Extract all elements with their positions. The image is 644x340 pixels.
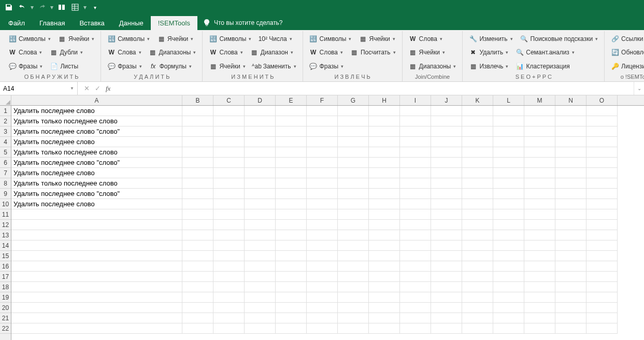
cell-N13[interactable] (555, 230, 586, 240)
qat-custom2-button[interactable] (69, 1, 81, 13)
cell-H8[interactable] (369, 178, 400, 189)
cell-F11[interactable] (307, 209, 338, 220)
cell-F9[interactable] (307, 189, 338, 199)
cell-I18[interactable] (400, 282, 431, 292)
cell-O19[interactable] (586, 292, 618, 303)
cell-B22[interactable] (182, 323, 213, 334)
join-cells-button[interactable]: ▦Ячейки▾ (406, 47, 460, 58)
cell-M2[interactable] (524, 116, 555, 126)
cell-D19[interactable] (245, 292, 276, 303)
extract-cells-button[interactable]: ▦Ячейки▾ (355, 33, 398, 45)
cell-E20[interactable] (276, 303, 307, 313)
about-links-button[interactable]: 🔗Ссылки▾ (608, 33, 644, 45)
cell-H9[interactable] (369, 189, 400, 199)
cell-A16[interactable] (11, 261, 182, 272)
column-header-G[interactable]: G (338, 95, 369, 105)
seo-search-hints-button[interactable]: 🔍Поисковые подсказки▾ (517, 33, 602, 45)
cancel-formula-button[interactable]: ✕ (84, 84, 90, 92)
cell-J13[interactable] (431, 230, 462, 240)
cell-B16[interactable] (182, 261, 213, 272)
cell-H11[interactable] (369, 209, 400, 220)
cell-J1[interactable] (431, 106, 462, 116)
cell-N4[interactable] (555, 137, 586, 147)
cell-D7[interactable] (245, 168, 276, 178)
cell-B1[interactable] (182, 106, 213, 116)
cell-L13[interactable] (493, 230, 524, 240)
save-button[interactable] (3, 1, 15, 13)
seo-change-button[interactable]: 🔧Изменить▾ (466, 33, 516, 45)
join-words-button[interactable]: WСлова▾ (406, 33, 460, 45)
cell-L12[interactable] (493, 220, 524, 230)
cell-B11[interactable] (182, 209, 213, 220)
cell-N10[interactable] (555, 199, 586, 209)
name-box[interactable]: A14 ▼ (0, 82, 78, 95)
cell-M11[interactable] (524, 209, 555, 220)
cell-N9[interactable] (555, 189, 586, 199)
name-box-dropdown-icon[interactable]: ▼ (70, 86, 74, 91)
seo-extract-button[interactable]: ▦Извлечь▾ (466, 61, 511, 72)
cell-O1[interactable] (586, 106, 618, 116)
cell-I15[interactable] (400, 251, 431, 261)
cell-N21[interactable] (555, 313, 586, 323)
cell-A10[interactable]: Удалить последнее слово (11, 199, 182, 209)
tab-semtools[interactable]: !SEMTools (151, 16, 197, 30)
cell-B2[interactable] (182, 116, 213, 126)
cell-E19[interactable] (276, 292, 307, 303)
row-header-14[interactable]: 14 (0, 240, 11, 251)
cell-D4[interactable] (245, 137, 276, 147)
cell-E21[interactable] (276, 313, 307, 323)
cell-K15[interactable] (462, 251, 493, 261)
row-header-19[interactable]: 19 (0, 292, 11, 303)
column-header-K[interactable]: K (462, 95, 493, 105)
cell-K21[interactable] (462, 313, 493, 323)
cell-K7[interactable] (462, 168, 493, 178)
cell-K5[interactable] (462, 147, 493, 158)
cell-G11[interactable] (338, 209, 369, 220)
cell-L19[interactable] (493, 292, 524, 303)
cell-B13[interactable] (182, 230, 213, 240)
cell-K14[interactable] (462, 240, 493, 251)
cell-I12[interactable] (400, 220, 431, 230)
cell-L5[interactable] (493, 147, 524, 158)
cell-E13[interactable] (276, 230, 307, 240)
cell-A13[interactable] (11, 230, 182, 240)
cell-I13[interactable] (400, 230, 431, 240)
cell-A17[interactable] (11, 272, 182, 282)
row-header-10[interactable]: 10 (0, 199, 11, 209)
row-header-8[interactable]: 8 (0, 178, 11, 189)
cell-M13[interactable] (524, 230, 555, 240)
cell-H20[interactable] (369, 303, 400, 313)
cell-B18[interactable] (182, 282, 213, 292)
cell-M17[interactable] (524, 272, 555, 282)
extract-words-button[interactable]: WСлова▾ (306, 47, 346, 58)
cell-H19[interactable] (369, 292, 400, 303)
change-numbers-button[interactable]: 10²Числа▾ (255, 33, 295, 45)
cell-M6[interactable] (524, 158, 555, 168)
cell-L17[interactable] (493, 272, 524, 282)
cell-C13[interactable] (213, 230, 245, 240)
cell-I7[interactable] (400, 168, 431, 178)
row-header-20[interactable]: 20 (0, 303, 11, 313)
cell-G15[interactable] (338, 251, 369, 261)
cell-G8[interactable] (338, 178, 369, 189)
cell-J8[interactable] (431, 178, 462, 189)
cell-F16[interactable] (307, 261, 338, 272)
extract-symbols-button[interactable]: 🔣Символы▾ (306, 33, 355, 45)
cell-B4[interactable] (182, 137, 213, 147)
column-header-B[interactable]: B (182, 95, 213, 105)
row-header-5[interactable]: 5 (0, 147, 11, 158)
cell-J12[interactable] (431, 220, 462, 230)
cell-B8[interactable] (182, 178, 213, 189)
change-replace-button[interactable]: ᴬabЗаменить▾ (250, 61, 299, 72)
cell-O13[interactable] (586, 230, 618, 240)
cell-G7[interactable] (338, 168, 369, 178)
cell-G17[interactable] (338, 272, 369, 282)
cell-B12[interactable] (182, 220, 213, 230)
cell-F4[interactable] (307, 137, 338, 147)
row-header-18[interactable]: 18 (0, 282, 11, 292)
column-header-C[interactable]: C (213, 95, 245, 105)
cell-N18[interactable] (555, 282, 586, 292)
row-header-16[interactable]: 16 (0, 261, 11, 272)
cell-B7[interactable] (182, 168, 213, 178)
cell-L14[interactable] (493, 240, 524, 251)
